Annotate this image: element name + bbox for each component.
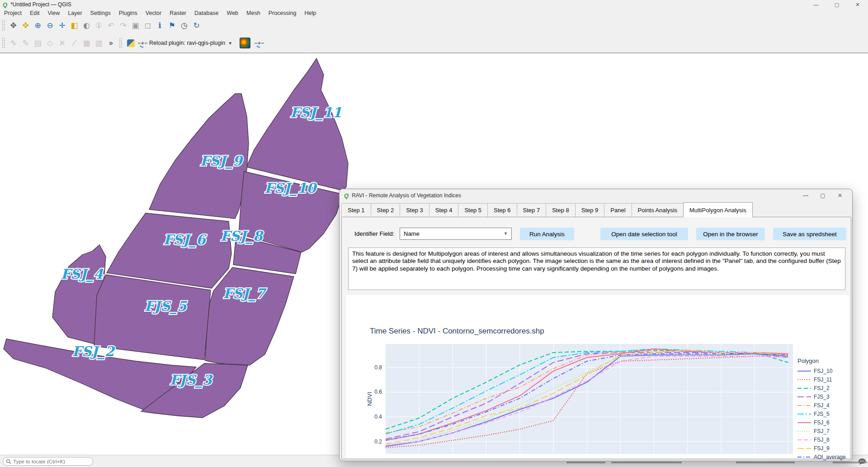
satellite-tool-icon[interactable]	[254, 38, 264, 48]
digitize-with-segment-button[interactable]: ◇	[44, 37, 56, 49]
new-3d-map-view-button[interactable]: ◻	[142, 19, 154, 32]
pan-to-selection-button[interactable]: ✜	[19, 19, 32, 32]
menu-plugins[interactable]: Plugins	[115, 10, 142, 17]
menu-help[interactable]: Help	[300, 10, 320, 17]
window-minimize-button[interactable]: —	[806, 0, 826, 9]
legend-item-FSJ_2[interactable]: FSJ_2	[797, 384, 846, 392]
refresh-map-button[interactable]: ↻	[190, 19, 203, 32]
window-title: *Untitled Project — QGIS	[10, 1, 71, 8]
window-close-button[interactable]: ✕	[847, 0, 868, 9]
identify-features-button[interactable]: ℹ	[154, 19, 166, 32]
zoom-to-layer-button[interactable]: ◧	[68, 19, 80, 32]
toolbar-grip[interactable]	[119, 38, 122, 48]
ravi-plugin-icon[interactable]	[240, 38, 250, 48]
tab-step-6[interactable]: Step 6	[487, 203, 517, 217]
menu-mesh[interactable]: Mesh	[242, 10, 264, 17]
map-polygon-FSJ_6[interactable]	[107, 213, 231, 288]
legend-label: FSJ_11	[814, 376, 832, 383]
python-console-icon[interactable]	[127, 39, 135, 47]
legend-label: FSJ_10	[814, 368, 832, 374]
current-edits-button[interactable]: ✎	[7, 37, 19, 49]
temporal-controller-button[interactable]: ◷	[178, 19, 190, 32]
toolbar-grip[interactable]	[2, 38, 5, 48]
window-titlebar: Q *Untitled Project — QGIS — ▢ ✕	[0, 0, 868, 9]
legend-item-FSJ_10[interactable]: FSJ_10	[797, 367, 846, 375]
map-polygon-FSJ_11[interactable]	[246, 58, 348, 191]
menu-view[interactable]: View	[43, 10, 64, 17]
save-as-spreadsheet-button[interactable]: Save as spredsheet	[773, 228, 846, 240]
zoom-to-selection-button[interactable]: ◐	[80, 19, 93, 32]
statusbar-widget-edge	[566, 462, 605, 463]
open-in-browser-button[interactable]: Open in the browser	[696, 228, 765, 240]
bookmarks-button[interactable]: ⚑	[166, 19, 178, 32]
zoom-out-button[interactable]: ⊖	[44, 19, 56, 32]
tab-step-4[interactable]: Step 4	[429, 203, 459, 217]
menu-layer[interactable]: Layer	[64, 10, 86, 17]
legend-swatch-FSJ_9	[797, 446, 811, 451]
legend-swatch-FJS_3	[797, 395, 811, 399]
zoom-full-extent-button[interactable]: ✛	[56, 19, 68, 32]
legend-swatch-FSJ_2	[797, 386, 811, 391]
dialog-maximize-button[interactable]: ▢	[814, 189, 831, 202]
toolbar-overflow-button[interactable]: »	[105, 37, 117, 49]
legend-item-FSJ_8[interactable]: FSJ_8	[797, 435, 846, 444]
tab-step-3[interactable]: Step 3	[400, 203, 429, 217]
statusbar-widget-edge	[611, 462, 682, 463]
window-maximize-button[interactable]: ▢	[826, 0, 847, 9]
map-label-FSJ_11: FSJ_11	[290, 105, 342, 121]
legend-item-FJS_5[interactable]: FJS_5	[797, 410, 846, 418]
legend-item-FSJ_6[interactable]: FSJ_6	[797, 418, 846, 427]
map-label-FSJ_8: FSJ_8	[220, 228, 264, 244]
new-map-view-button[interactable]: ▣	[129, 19, 142, 32]
zoom-next-button[interactable]: ↷	[117, 19, 129, 32]
pan-map-button[interactable]: ✥	[7, 19, 19, 32]
reload-plugin-icon[interactable]	[137, 38, 147, 48]
menu-raster[interactable]: Raster	[165, 10, 190, 17]
locator-search[interactable]	[3, 457, 93, 466]
tab-panel[interactable]: Panel	[604, 203, 632, 217]
toolbar-grip[interactable]	[2, 20, 5, 30]
menu-web[interactable]: Web	[223, 10, 242, 17]
legend-item-FSJ_7[interactable]: FSJ_7	[797, 427, 846, 435]
menu-project[interactable]: Project	[0, 10, 26, 17]
tab-step-2[interactable]: Step 2	[371, 203, 401, 217]
tab-step-1[interactable]: Step 1	[341, 203, 371, 217]
legend-item-FJS_3[interactable]: FJS_3	[797, 392, 846, 401]
menu-database[interactable]: Database	[190, 10, 223, 17]
messages-icon[interactable]	[858, 458, 866, 467]
save-layer-edits-button[interactable]: ▤	[32, 37, 44, 49]
identifier-field-combobox[interactable]: Name ▼	[400, 228, 512, 240]
locator-input[interactable]	[13, 459, 90, 464]
plugin-dropdown-caret[interactable]: ▼	[228, 41, 232, 46]
legend-item-FSJ_4[interactable]: FSJ_4	[797, 401, 846, 410]
run-analysis-button[interactable]: Run Analysis	[520, 228, 574, 240]
tab-points-analysis[interactable]: Points Analysis	[632, 203, 684, 217]
map-polygon-FSJ_7[interactable]	[205, 267, 294, 365]
zoom-in-button[interactable]: ⊕	[32, 19, 44, 32]
tab-step-5[interactable]: Step 5	[458, 203, 488, 217]
menu-vector[interactable]: Vector	[142, 10, 165, 17]
dialog-close-button[interactable]: ✕	[831, 189, 849, 202]
open-date-selection-button[interactable]: Open date selection tool	[600, 228, 688, 240]
menu-settings[interactable]: Settings	[86, 10, 115, 17]
tab-step-7[interactable]: Step 7	[517, 203, 547, 217]
dialog-minimize-button[interactable]: —	[797, 189, 814, 202]
legend-item-FSJ_9[interactable]: FSJ_9	[797, 444, 846, 453]
zoom-native-resolution-button[interactable]: ①	[93, 19, 105, 32]
delete-selected-button[interactable]: ▥	[93, 37, 105, 49]
toggle-editing-button[interactable]: ✎	[19, 37, 32, 49]
map-label-FSJ_4: FSJ_4	[61, 266, 103, 282]
tab-step-9[interactable]: Step 9	[575, 203, 605, 217]
legend-item-AOI_average[interactable]: AOI_average	[797, 453, 846, 461]
tab-multipolygon-analysis[interactable]: MultiPolygon Analysis	[683, 202, 753, 217]
zoom-last-button[interactable]: ↶	[105, 19, 117, 32]
menu-processing[interactable]: Processing	[264, 10, 301, 17]
legend-item-FSJ_11[interactable]: FSJ_11	[797, 375, 846, 384]
move-feature-button[interactable]: ✕	[56, 37, 68, 49]
modify-attributes-button[interactable]: ▦	[80, 37, 93, 49]
vertex-tool-button[interactable]: ⁄	[68, 37, 80, 49]
menu-edit[interactable]: Edit	[26, 10, 44, 17]
reload-plugin-label[interactable]: Reload plugin: ravi-qgis-plugin	[149, 40, 225, 46]
chart-plot-area[interactable]: 0.20.40.60.8Dec 12024Dec 15Dec 29Jan 122…	[346, 342, 849, 455]
tab-step-8[interactable]: Step 8	[546, 203, 576, 217]
